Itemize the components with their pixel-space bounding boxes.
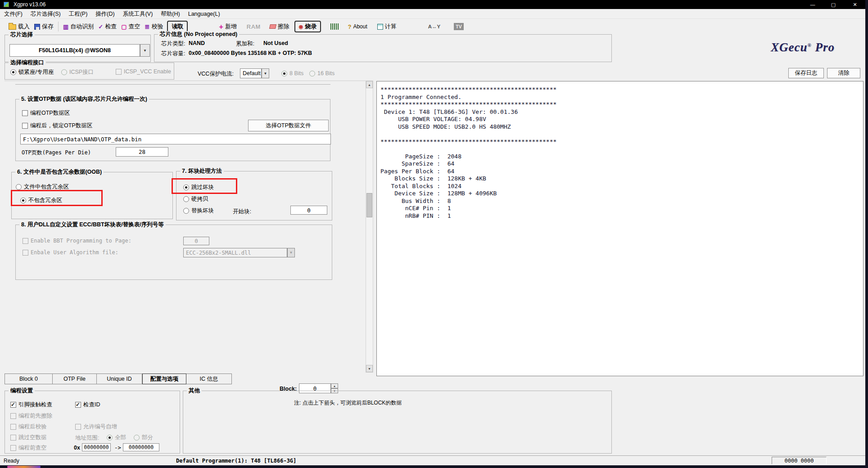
blank-check-button[interactable]: ▢ 查空 <box>119 22 142 32</box>
save-log-button[interactable]: 保存日志 <box>788 68 824 78</box>
tab-unique-id[interactable]: Unique ID <box>97 374 142 384</box>
addr-partial-radio-circle[interactable] <box>134 435 140 441</box>
auto-detect-button[interactable]: ▥ 自动识别 <box>61 22 96 32</box>
barcode-button[interactable] <box>328 22 341 31</box>
otp-settings-group: 5. 设置OTP数据 (该区域内容,芯片只允许编程一次) 编程OTP数据区 编程… <box>15 99 330 161</box>
auto-serial-checkbox-box[interactable] <box>75 424 81 430</box>
choose-otp-file-button[interactable]: 选择OTP数据文件 <box>248 120 329 131</box>
bbt-programming-checkbox-box[interactable] <box>23 238 28 244</box>
program-otp-checkbox-box[interactable] <box>22 110 28 116</box>
skip-blank-checkbox-box[interactable] <box>10 435 16 441</box>
close-button[interactable]: ✕ <box>848 0 862 9</box>
blank-before-checkbox-box[interactable] <box>10 445 16 451</box>
minimize-button[interactable]: — <box>806 0 819 9</box>
menu-operation[interactable]: 操作(D) <box>91 9 118 19</box>
scroll-up-button[interactable]: ▲ <box>366 81 373 88</box>
bits8-radio-circle[interactable] <box>281 71 287 76</box>
erase-before-checkbox-box[interactable] <box>10 413 16 419</box>
menu-help[interactable]: 帮助(H) <box>157 9 184 19</box>
tab-ic-info[interactable]: IC 信息 <box>186 374 232 384</box>
replace-bad-block-radio[interactable]: 替换坏块 <box>183 207 214 215</box>
socket-radio-circle[interactable] <box>10 69 16 75</box>
capacity-value: 0x00_08400000 Bytes 135168 KB + OTP: 57K… <box>189 50 312 56</box>
verify-after-checkbox-box[interactable] <box>10 424 16 430</box>
address-from-input[interactable]: 00000000 <box>82 443 111 451</box>
addr-partial-radio[interactable]: 部分 <box>134 434 153 441</box>
verify-button[interactable]: ≣ 校验 <box>143 22 166 32</box>
ab-y-adapter-button[interactable]: A↔Y <box>426 23 443 30</box>
tab-otp-file[interactable]: OTP File <box>53 374 97 384</box>
check-button[interactable]: ✓ 检查 <box>96 22 119 32</box>
pin-check-checkbox[interactable]: 引脚接触检查 <box>10 401 52 409</box>
user-algorithm-checkbox-box[interactable] <box>23 250 28 256</box>
chip-select-combobox[interactable]: F50L1G41LB(x4) @WSON8 <box>9 44 140 57</box>
bad-block-group-title: 7. 坏块处理方法 <box>180 168 224 175</box>
load-button[interactable]: 载入 <box>6 22 32 32</box>
icsp-radio-circle[interactable] <box>61 69 67 75</box>
erase-before-checkbox[interactable]: 编程前先擦除 <box>10 412 52 420</box>
chip-select-dropdown-button[interactable]: ▼ <box>140 44 150 57</box>
lock-otp-checkbox[interactable]: 编程后，锁定OTP数据区 <box>22 122 92 130</box>
menubar: 文件(F) 芯片选择(S) 工程(P) 操作(D) 系统工具(V) 帮助(H) … <box>0 9 865 19</box>
menu-file[interactable]: 文件(F) <box>0 9 27 19</box>
block-spin-up-button[interactable]: ▲ <box>331 383 338 388</box>
scrollbar-thumb[interactable] <box>366 193 372 217</box>
bits16-radio-circle[interactable] <box>309 71 315 76</box>
calc-button[interactable]: 计算 <box>375 22 399 32</box>
skip-blank-checkbox[interactable]: 跳过空数据 <box>10 434 47 441</box>
scrolled-group-border <box>15 84 330 85</box>
programming-interface-title: 选择编程接口 <box>9 59 46 66</box>
auto-serial-checkbox[interactable]: 允许编号自增 <box>75 423 117 431</box>
about-button[interactable]: ? About <box>345 22 369 31</box>
pin-check-checkbox-box[interactable] <box>10 402 16 408</box>
bits16-radio[interactable]: 16 Bits <box>309 70 335 76</box>
menu-chip-select[interactable]: 芯片选择(S) <box>27 9 65 19</box>
check-id-checkbox-box[interactable] <box>75 402 81 408</box>
program-otp-checkbox[interactable]: 编程OTP数据区 <box>22 109 70 117</box>
otp-pages-input[interactable]: 28 <box>116 147 168 157</box>
replace-bad-block-radio-circle[interactable] <box>183 208 189 214</box>
user-dll-group-title: 8. 用户DLL自定义设置 ECC/BBT坏块表/替换表/序列号等 <box>19 221 166 228</box>
addr-all-radio-circle[interactable] <box>107 435 113 441</box>
verify-after-checkbox[interactable]: 编程后校验 <box>10 423 47 431</box>
icsp-vcc-checkbox[interactable]: ICSP_VCC Enable <box>116 68 171 75</box>
menu-language[interactable]: Language(L) <box>184 9 224 19</box>
eraser-icon <box>269 24 276 29</box>
scroll-down-button[interactable]: ▼ <box>366 365 373 372</box>
save-button[interactable]: 保存 <box>32 22 56 32</box>
with-oob-radio-circle[interactable] <box>16 184 22 190</box>
address-to-input[interactable]: 00000000 <box>123 443 159 451</box>
hard-copy-radio[interactable]: 硬拷贝 <box>183 195 208 203</box>
lock-otp-checkbox-box[interactable] <box>22 123 28 129</box>
icsp-radio[interactable]: ICSP接口 <box>61 68 94 76</box>
bbt-page-input[interactable]: 0 <box>183 237 209 245</box>
icsp-vcc-checkbox-box[interactable] <box>116 69 122 75</box>
check-id-checkbox[interactable]: 检查ID <box>75 401 100 409</box>
log-panel[interactable]: ****************************************… <box>376 81 863 376</box>
tab-block0[interactable]: Block 0 <box>5 374 53 384</box>
tv-button[interactable]: TV <box>452 22 466 31</box>
settings-panel-scrollbar[interactable]: ▲ ▼ <box>366 81 373 373</box>
menu-system-tools[interactable]: 系统工具(V) <box>119 9 157 19</box>
program-button[interactable]: ◉ 烧录 <box>294 21 321 32</box>
algorithm-file-select[interactable]: ECC-256Bx2-SMALL.dll <box>183 248 287 257</box>
menu-project[interactable]: 工程(P) <box>65 9 92 19</box>
add-button[interactable]: + 新增 <box>217 22 239 32</box>
maximize-button[interactable]: ▢ <box>827 0 840 9</box>
start-block-input[interactable]: 0 <box>290 206 327 215</box>
socket-radio[interactable]: 锁紧座/专用座 <box>10 68 54 76</box>
bits8-radio[interactable]: 8 Bits <box>281 70 303 76</box>
tab-config-options[interactable]: 配置与选项 <box>142 374 186 384</box>
clear-log-button[interactable]: 清除 <box>827 68 860 78</box>
vcc-protect-dropdown-button[interactable]: ▼ <box>262 68 269 78</box>
bbt-programming-checkbox[interactable]: Enable BBT Programming to Page: <box>23 238 131 244</box>
addr-all-radio[interactable]: 全部 <box>107 434 126 441</box>
hard-copy-radio-circle[interactable] <box>183 196 189 202</box>
otp-file-path-input[interactable]: F:\Xgpro\UserData\NAND\OTP_data.bin <box>20 134 331 144</box>
algorithm-file-dropdown-button[interactable]: ▼ <box>287 248 295 257</box>
erase-button[interactable]: 擦除 <box>267 22 292 32</box>
ram-button[interactable]: RAM <box>244 22 263 31</box>
vcc-protect-select[interactable]: Default <box>240 68 262 78</box>
user-algorithm-checkbox[interactable]: Enbale User Algorithm file: <box>23 249 118 256</box>
blank-before-checkbox[interactable]: 编程前查空 <box>10 444 47 452</box>
